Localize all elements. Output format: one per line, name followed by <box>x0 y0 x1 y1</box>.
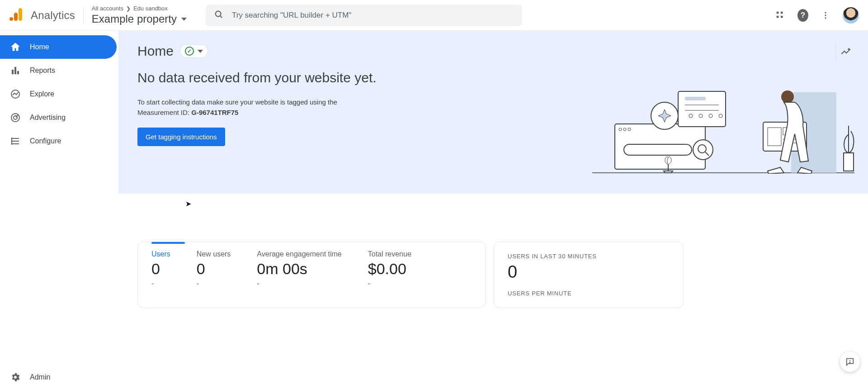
chevron-down-icon <box>198 50 203 53</box>
property-selector[interactable]: All accounts ❯ Edu sandbox Example prope… <box>92 5 187 25</box>
svg-point-29 <box>693 140 713 160</box>
svg-point-3 <box>216 11 221 16</box>
svg-rect-6 <box>781 11 783 14</box>
svg-point-11 <box>825 17 826 19</box>
nav-explore[interactable]: Explore <box>0 82 117 106</box>
svg-rect-0 <box>19 8 22 21</box>
metrics-card: Users 0 - New users 0 - Average engageme… <box>137 242 486 308</box>
search-bar[interactable] <box>206 5 522 26</box>
users-per-minute-label: USERS PER MINUTE <box>508 290 670 297</box>
metric-value: 0 <box>151 260 170 278</box>
metric-value: $0.00 <box>368 260 411 278</box>
sidebar: Home Reports Explore Advertising Configu… <box>0 31 118 389</box>
nav-label: Reports <box>30 66 55 75</box>
nav-advertising[interactable]: Advertising <box>0 106 117 129</box>
metric-label: Users <box>151 250 170 258</box>
svg-rect-32 <box>678 91 726 127</box>
nav-label: Home <box>30 43 49 51</box>
metric-avg-engagement[interactable]: Average engagement time 0m 00s - <box>257 250 341 285</box>
svg-point-2 <box>9 17 13 21</box>
feedback-button[interactable] <box>840 352 860 372</box>
tagging-hint: To start collecting data make sure your … <box>137 97 373 118</box>
svg-point-47 <box>781 90 794 103</box>
realtime-label: USERS IN LAST 30 MINUTES <box>508 253 670 260</box>
svg-line-4 <box>220 15 222 17</box>
nav-home[interactable]: Home <box>0 35 117 59</box>
metric-label: New users <box>197 250 231 258</box>
svg-rect-12 <box>12 70 14 74</box>
svg-rect-5 <box>777 11 779 14</box>
check-circle-icon: ✓ <box>185 47 194 56</box>
search-input[interactable] <box>231 10 514 20</box>
svg-rect-33 <box>685 97 706 100</box>
metric-new-users[interactable]: New users 0 - <box>197 250 231 285</box>
chevron-right-icon: ❯ <box>126 5 131 12</box>
breadcrumb-property: Example property <box>92 13 177 25</box>
svg-rect-1 <box>14 13 18 21</box>
metric-label: Total revenue <box>368 250 411 258</box>
svg-rect-13 <box>14 67 16 74</box>
svg-rect-8 <box>781 15 783 18</box>
page-title: Home <box>137 43 174 59</box>
metric-delta: - <box>368 280 411 285</box>
metric-label: Average engagement time <box>257 250 341 258</box>
active-tab-indicator <box>151 242 185 244</box>
svg-point-9 <box>825 12 826 13</box>
metric-total-revenue[interactable]: Total revenue $0.00 - <box>368 250 411 285</box>
nav-label: Admin <box>30 373 50 381</box>
metric-users[interactable]: Users 0 - <box>151 250 170 285</box>
svg-rect-28 <box>624 144 692 155</box>
metric-value: 0 <box>197 260 231 278</box>
search-icon <box>214 9 224 21</box>
nav-label: Advertising <box>30 114 66 122</box>
nav-label: Configure <box>30 137 61 145</box>
help-icon[interactable]: ? <box>797 10 808 21</box>
measurement-id: G-96741TRF75 <box>191 109 238 116</box>
metric-delta: - <box>257 280 341 285</box>
apps-icon[interactable] <box>775 10 786 21</box>
realtime-card: USERS IN LAST 30 MINUTES 0 USERS PER MIN… <box>494 242 684 308</box>
insights-icon[interactable] <box>835 42 855 62</box>
svg-rect-7 <box>777 15 779 18</box>
svg-point-10 <box>825 14 826 16</box>
status-chip[interactable]: ✓ <box>180 44 208 58</box>
user-avatar[interactable] <box>843 7 859 24</box>
brand-name: Analytics <box>31 9 75 22</box>
breadcrumb-account: Edu sandbox <box>133 5 168 12</box>
nav-reports[interactable]: Reports <box>0 59 117 82</box>
svg-rect-14 <box>17 71 19 74</box>
hero-illustration <box>592 79 854 174</box>
get-tagging-instructions-button[interactable]: Get tagging instructions <box>137 128 225 146</box>
metric-value: 0m 00s <box>257 260 341 278</box>
nav-admin[interactable]: Admin <box>0 365 117 389</box>
svg-point-49 <box>849 362 850 363</box>
realtime-value: 0 <box>508 262 670 282</box>
svg-point-16 <box>11 114 19 122</box>
metric-delta: - <box>151 280 170 285</box>
analytics-logo-icon <box>9 7 24 24</box>
more-menu-icon[interactable] <box>820 10 831 21</box>
nav-configure[interactable]: Configure <box>0 129 117 153</box>
no-data-message: No data received from your website yet. <box>137 69 391 86</box>
nav-label: Explore <box>30 90 54 98</box>
metric-delta: - <box>197 280 231 285</box>
breadcrumb-root: All accounts <box>92 5 123 12</box>
hero-banner: Home ✓ No data received from your websit… <box>118 31 868 194</box>
dropdown-caret-icon <box>181 18 187 21</box>
